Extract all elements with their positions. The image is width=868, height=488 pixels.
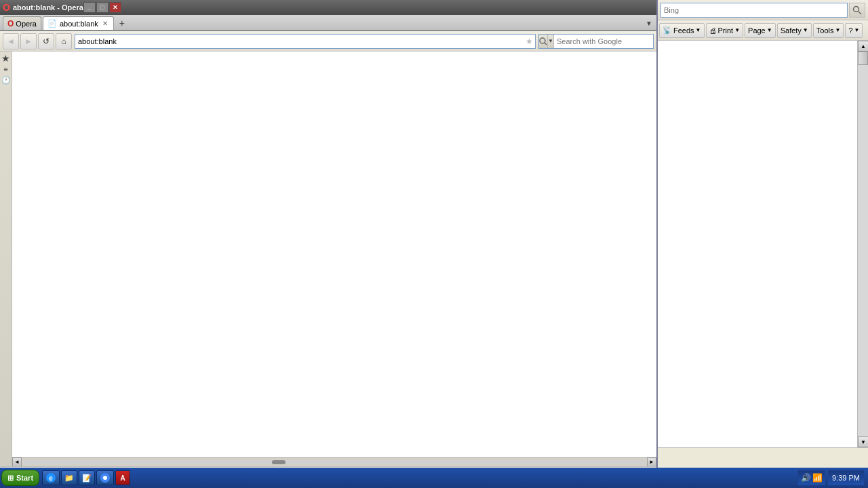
active-tab[interactable]: 📄 about:blank ✕ <box>43 16 114 30</box>
opera-logo-icon: O <box>3 2 10 13</box>
ie-search-button[interactable] <box>849 3 865 18</box>
help-dropdown-icon: ▼ <box>854 27 860 33</box>
ie-right-toolbar: 📡 Feeds ▼ 🖨 Print ▼ Page ▼ Safety ▼ Tool… <box>658 20 868 41</box>
feeds-icon: 📡 <box>663 26 672 35</box>
ie-help-button[interactable]: ? ▼ <box>845 23 863 38</box>
opera-content-area <box>12 52 656 466</box>
active-tab-label: about:blank <box>60 20 98 28</box>
tab-close-button[interactable]: ✕ <box>101 20 109 28</box>
anyrun-taskbar-icon: A <box>120 474 125 482</box>
ie-feeds-button[interactable]: 📡 Feeds ▼ <box>659 23 705 38</box>
print-icon: 🖨 <box>709 26 717 35</box>
history-button[interactable]: 🕐 <box>1 75 11 85</box>
address-bar-container: about:blank ★ <box>73 34 537 49</box>
start-button[interactable]: ⊞ Start <box>1 470 39 486</box>
page-dropdown-icon: ▼ <box>767 27 772 33</box>
opera-nav-toolbar: ◄ ► ↺ ⌂ about:blank ★ ▼ <box>0 31 656 52</box>
opera-title-text: about:blank - Opera <box>13 3 83 12</box>
taskbar: ⊞ Start e 📁 📝 A 🔊 📶 <box>0 468 868 488</box>
search-dropdown-button[interactable]: ▼ <box>548 35 554 48</box>
scroll-thumb <box>272 460 285 464</box>
reload-button[interactable]: ↺ <box>38 33 54 49</box>
explorer-icon: 📁 <box>64 474 74 483</box>
chrome-icon <box>100 472 111 483</box>
ie-scrollbar-thumb <box>858 52 868 65</box>
opera-title-controls: _ □ ✕ <box>83 2 121 13</box>
system-tray: 🔊 📶 <box>798 470 825 485</box>
back-button[interactable]: ◄ <box>3 33 19 49</box>
page-icon: 📄 <box>47 19 57 28</box>
favorites-sidebar: ★ ≡ 🕐 <box>0 52 12 466</box>
ie-scrollbar-track[interactable] <box>858 52 868 436</box>
favorites-button[interactable]: ★ <box>1 54 11 63</box>
tools-dropdown-icon: ▼ <box>835 27 840 33</box>
ie-scroll-up-button[interactable]: ▲ <box>858 41 868 52</box>
print-dropdown-icon: ▼ <box>734 27 740 33</box>
windows-orb-icon: ⊞ <box>7 474 14 483</box>
ie-search-input[interactable] <box>660 3 848 18</box>
taskbar-apps: e 📁 📝 A <box>42 470 130 485</box>
taskbar-right: 🔊 📶 9:39 PM <box>798 470 867 485</box>
opera-title-bar: O about:blank - Opera _ □ ✕ <box>0 0 656 15</box>
taskbar-explorer-button[interactable]: 📁 <box>61 470 77 485</box>
feeds-button[interactable]: ≡ <box>1 64 11 74</box>
ie-vertical-scrollbar: ▲ ▼ <box>857 41 868 447</box>
taskbar-anyrun-button[interactable]: A <box>115 470 130 485</box>
opera-browser: O about:blank - Opera _ □ ✕ O Opera 📄 ab… <box>0 0 656 481</box>
svg-point-9 <box>103 476 107 480</box>
opera-minimize-button[interactable]: _ <box>83 2 96 13</box>
opera-close-button[interactable]: ✕ <box>109 2 121 13</box>
address-bar-input[interactable]: about:blank <box>75 34 536 49</box>
opera-tab-bar: O Opera 📄 about:blank ✕ + ▼ <box>0 15 656 31</box>
ie-scroll-down-button[interactable]: ▼ <box>858 436 868 447</box>
search-engine-icon <box>539 35 548 48</box>
add-favorite-button[interactable]: ★ <box>524 36 534 47</box>
tray-sound-icon: 📶 <box>812 473 823 483</box>
forward-button[interactable]: ► <box>20 33 37 49</box>
opera-hscrollbar: ◄ ► <box>12 457 656 466</box>
tab-dropdown-button[interactable]: ▼ <box>644 16 654 30</box>
tray-network-icon: 🔊 <box>801 473 811 483</box>
taskbar-chrome-button[interactable] <box>96 470 114 485</box>
scroll-track[interactable] <box>23 460 646 464</box>
opera-restore-button[interactable]: □ <box>96 2 108 13</box>
ie-taskbar-icon: e <box>45 472 56 483</box>
ie-safety-button[interactable]: Safety ▼ <box>777 23 812 38</box>
taskbar-ie-button[interactable]: e <box>42 470 60 485</box>
ie-page-button[interactable]: Page ▼ <box>745 23 776 38</box>
ie-panel: 📡 Feeds ▼ 🖨 Print ▼ Page ▼ Safety ▼ Tool… <box>656 0 868 488</box>
ie-search-magnifier-icon <box>852 5 862 15</box>
search-magnifier-icon <box>539 37 547 45</box>
scroll-right-button[interactable]: ► <box>647 458 656 467</box>
svg-point-4 <box>854 6 859 12</box>
opera-o-icon: O <box>7 19 14 28</box>
svg-line-5 <box>859 12 861 14</box>
ie-content-area: ▲ ▼ <box>658 41 868 447</box>
opera-tab-label: Opera <box>16 20 37 28</box>
opera-home-tab[interactable]: O Opera <box>3 16 41 30</box>
home-button[interactable]: ⌂ <box>56 33 72 49</box>
svg-line-1 <box>545 43 547 45</box>
svg-text:e: e <box>49 474 53 482</box>
search-google-input[interactable] <box>554 37 653 45</box>
clock: 9:39 PM <box>828 470 864 485</box>
new-tab-button[interactable]: + <box>115 16 129 30</box>
safety-dropdown-icon: ▼ <box>803 27 808 33</box>
ie-print-button[interactable]: 🖨 Print ▼ <box>706 23 744 38</box>
main-layout: O about:blank - Opera _ □ ✕ O Opera 📄 ab… <box>0 0 868 488</box>
taskbar-word-button[interactable]: 📝 <box>79 470 95 485</box>
svg-point-0 <box>540 38 545 43</box>
scroll-left-button[interactable]: ◄ <box>12 458 22 467</box>
feeds-dropdown-icon: ▼ <box>696 27 701 33</box>
search-bar-container: ▼ <box>538 34 654 49</box>
ie-tools-button[interactable]: Tools ▼ <box>813 23 844 38</box>
word-icon: 📝 <box>82 474 92 483</box>
ie-search-bar <box>658 0 868 20</box>
